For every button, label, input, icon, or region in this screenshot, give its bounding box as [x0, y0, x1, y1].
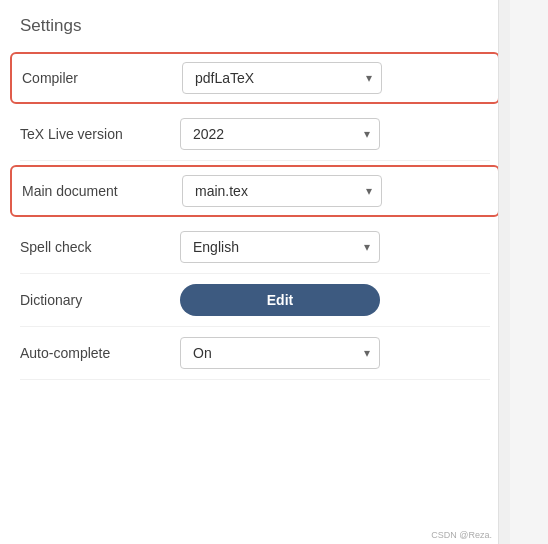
main-document-select[interactable]: main.tex	[182, 175, 382, 207]
compiler-select-wrapper: pdfLaTeX XeLaTeX LuaLaTeX ▾	[182, 62, 382, 94]
compiler-select[interactable]: pdfLaTeX XeLaTeX LuaLaTeX	[182, 62, 382, 94]
main-document-row: Main document main.tex ▾	[10, 165, 500, 217]
dictionary-row: Dictionary Edit	[20, 274, 490, 327]
auto-complete-control: On Off ▾	[180, 337, 490, 369]
watermark: CSDN @Reza.	[431, 530, 492, 540]
auto-complete-row: Auto-complete On Off ▾	[20, 327, 490, 380]
spell-check-select[interactable]: English French Spanish German	[180, 231, 380, 263]
tex-live-row: TeX Live version 2022 2021 2020 ▾	[20, 108, 490, 161]
main-document-label: Main document	[22, 183, 182, 199]
tex-live-label: TeX Live version	[20, 126, 180, 142]
dictionary-edit-button[interactable]: Edit	[180, 284, 380, 316]
settings-title: Settings	[20, 16, 490, 36]
dictionary-label: Dictionary	[20, 292, 180, 308]
auto-complete-select[interactable]: On Off	[180, 337, 380, 369]
spell-check-row: Spell check English French Spanish Germa…	[20, 221, 490, 274]
compiler-row: Compiler pdfLaTeX XeLaTeX LuaLaTeX ▾	[10, 52, 500, 104]
tex-live-select-wrapper: 2022 2021 2020 ▾	[180, 118, 380, 150]
spell-check-control: English French Spanish German ▾	[180, 231, 490, 263]
tex-live-select[interactable]: 2022 2021 2020	[180, 118, 380, 150]
auto-complete-select-wrapper: On Off ▾	[180, 337, 380, 369]
compiler-label: Compiler	[22, 70, 182, 86]
spell-check-label: Spell check	[20, 239, 180, 255]
main-document-select-wrapper: main.tex ▾	[182, 175, 382, 207]
spell-check-select-wrapper: English French Spanish German ▾	[180, 231, 380, 263]
settings-panel: Settings Compiler pdfLaTeX XeLaTeX LuaLa…	[0, 0, 510, 544]
auto-complete-label: Auto-complete	[20, 345, 180, 361]
tex-live-control: 2022 2021 2020 ▾	[180, 118, 490, 150]
dictionary-control: Edit	[180, 284, 490, 316]
main-document-control: main.tex ▾	[182, 175, 488, 207]
compiler-control: pdfLaTeX XeLaTeX LuaLaTeX ▾	[182, 62, 488, 94]
scrollbar[interactable]	[498, 0, 510, 544]
